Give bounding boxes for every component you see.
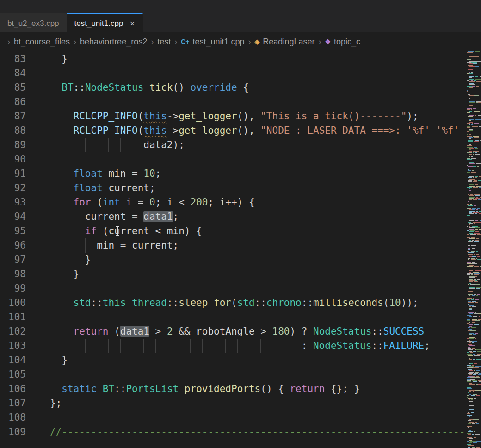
line-number[interactable]: 92 [0,181,37,195]
breadcrumb-item-test[interactable]: test [157,37,171,47]
code-token: providedPorts [185,383,260,394]
code-line-90[interactable] [50,152,466,167]
code-token: return [74,326,109,337]
indent-guide [132,138,132,152]
line-number[interactable]: 98 [0,267,37,281]
code-line-99[interactable] [50,281,466,296]
chevron-right-icon: › [7,37,10,47]
code-line-101[interactable] [50,310,466,324]
code-line-89[interactable]: data2); [50,138,466,152]
code-line-92[interactable]: float current; [50,181,466,195]
indent-guide [120,339,121,353]
line-number[interactable]: 104 [0,353,37,367]
code-token: static [62,383,97,394]
breadcrumb-item-test_unit1.cpp[interactable]: C+test_unit1.cpp [181,37,244,47]
cpp-file-icon: C+ [181,38,189,45]
code-token: this [143,125,167,136]
line-number[interactable]: 96 [0,238,37,253]
line-number[interactable]: 103 [0,339,37,353]
indent-guide [155,339,156,353]
line-number[interactable]: 99 [0,281,37,296]
code-line-93[interactable]: for (int i = 0; i < 200; i++) { [50,195,466,210]
code-line-91[interactable]: float min = 10; [50,167,466,181]
breadcrumb-item-ReadingLaser[interactable]: ◈ReadingLaser [255,37,315,47]
line-number[interactable]: 83 [0,52,37,66]
indent-guide [62,138,62,152]
code-token: )); [401,297,419,308]
line-number[interactable]: 85 [0,81,37,95]
code-token: NodeStatus [313,326,371,337]
line-number[interactable]: 97 [0,253,37,267]
code-line-97[interactable]: } [50,253,466,267]
code-line-95[interactable]: if (current < min) { [50,224,466,238]
code-token [50,225,85,236]
minimap[interactable] [466,51,481,448]
indent-guide [296,339,296,353]
code-line-102[interactable]: return (data1 > 2 && robotAngle > 180) ?… [50,324,466,339]
line-number[interactable]: 107 [0,396,37,411]
line-number[interactable]: 106 [0,382,37,396]
code-line-84[interactable] [50,66,466,81]
code-line-106[interactable]: static BT::PortsList providedPorts() { r… [50,382,466,396]
tab-bar: bt_u2_ex3.cpp test_unit1.cpp × [0,0,481,32]
indent-guide [97,339,97,353]
code-line-85[interactable]: BT::NodeStatus tick() override { [50,81,466,95]
code-line-96[interactable]: min = current; [50,238,466,253]
tab-bt_u2_ex3-cpp[interactable]: bt_u2_ex3.cpp [0,13,67,32]
indent-guide [132,339,132,353]
close-icon[interactable]: × [130,19,135,28]
code-line-109[interactable]: //--------------------------------------… [50,425,466,439]
line-number[interactable]: 94 [0,210,37,224]
indent-guide [85,339,86,353]
line-number[interactable]: 90 [0,152,37,167]
tab-test_unit1-cpp[interactable]: test_unit1.cpp × [67,13,143,32]
breadcrumb-item-topic_c[interactable]: ❖topic_c [325,37,360,47]
code-token: } [50,268,79,280]
code-token: current; [103,182,155,193]
line-number[interactable]: 91 [0,167,37,181]
code-line-107[interactable]: }; [50,396,466,411]
code-token: ; [424,340,430,351]
indent-guide [62,238,62,253]
line-number[interactable]: 88 [0,124,37,138]
code-token: :: [114,383,126,394]
code-line-94[interactable]: current = data1; [50,210,466,224]
code-token: : [302,340,313,351]
line-number[interactable]: 95 [0,224,37,238]
code-token: i = [120,197,149,208]
code-area[interactable]: } BT::NodeStatus tick() override { RCLCP… [37,51,466,448]
code-token: ( [231,297,237,308]
code-line-103[interactable]: : NodeStatus::FAILURE; [50,339,466,353]
code-line-104[interactable]: } [50,353,466,367]
class-icon: ◈ [255,38,260,45]
editor-pane: 8384858687888990919293949596979899100101… [0,51,481,448]
line-number[interactable]: 108 [0,411,37,425]
breadcrumb-item-behaviortree_ros2[interactable]: behaviortree_ros2 [80,37,147,47]
line-number[interactable]: 100 [0,296,37,310]
code-line-83[interactable]: } [50,52,466,66]
line-number[interactable]: 101 [0,310,37,324]
line-number[interactable]: 86 [0,95,37,109]
code-line-87[interactable]: RCLCPP_INFO(this->get_logger(), "This is… [50,109,466,124]
code-token: "NODE : LASER DATA ===>: '%f' '%f' [260,125,459,136]
indent-guide [74,253,74,267]
breadcrumb-item-bt_course_files[interactable]: bt_course_files [14,37,70,47]
code-token [179,383,185,394]
code-token: (current < min) { [97,225,202,236]
line-number[interactable]: 87 [0,109,37,124]
indent-guide [62,210,62,224]
line-number[interactable]: 102 [0,324,37,339]
line-number[interactable]: 93 [0,195,37,210]
code-line-88[interactable]: RCLCPP_INFO(this->get_logger(), "NODE : … [50,124,466,138]
breadcrumb-label: test_unit1.cpp [192,37,244,47]
line-number[interactable]: 109 [0,425,37,439]
code-line-98[interactable]: } [50,267,466,281]
code-line-86[interactable] [50,95,466,109]
line-number[interactable]: 89 [0,138,37,152]
code-token [97,383,103,394]
line-number[interactable]: 105 [0,367,37,382]
line-number[interactable]: 84 [0,66,37,81]
code-line-108[interactable] [50,411,466,425]
code-line-100[interactable]: std::this_thread::sleep_for(std::chrono:… [50,296,466,310]
code-line-105[interactable] [50,367,466,382]
